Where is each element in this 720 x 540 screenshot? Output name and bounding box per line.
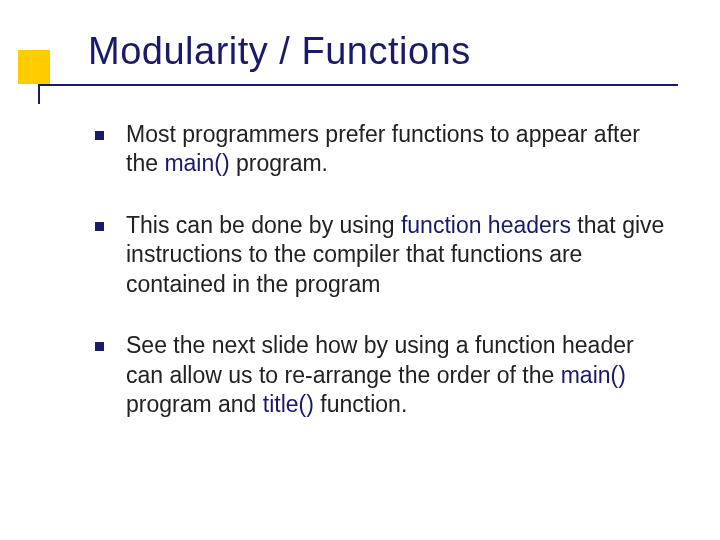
- text-run: This can be done by using: [126, 212, 401, 238]
- slide: Modularity / Functions Most programmers …: [0, 0, 720, 540]
- bullet-text: See the next slide how by using a functi…: [126, 331, 675, 419]
- list-item: See the next slide how by using a functi…: [95, 331, 675, 419]
- list-item: Most programmers prefer functions to app…: [95, 120, 675, 179]
- keyword: main(): [561, 362, 626, 388]
- keyword: main(): [164, 150, 229, 176]
- bullet-text: This can be done by using function heade…: [126, 211, 675, 299]
- text-run: program.: [230, 150, 328, 176]
- text-run: See the next slide how by using a functi…: [126, 332, 634, 387]
- keyword: function headers: [401, 212, 571, 238]
- keyword: title(): [263, 391, 314, 417]
- square-bullet-icon: [95, 342, 104, 351]
- title-underline-tick: [38, 84, 40, 104]
- square-bullet-icon: [95, 222, 104, 231]
- accent-decoration: [18, 50, 50, 84]
- list-item: This can be done by using function heade…: [95, 211, 675, 299]
- square-bullet-icon: [95, 131, 104, 140]
- text-run: program and: [126, 391, 263, 417]
- slide-body: Most programmers prefer functions to app…: [95, 120, 675, 452]
- bullet-text: Most programmers prefer functions to app…: [126, 120, 675, 179]
- slide-title: Modularity / Functions: [88, 30, 471, 73]
- text-run: function.: [314, 391, 407, 417]
- title-underline: [38, 84, 678, 86]
